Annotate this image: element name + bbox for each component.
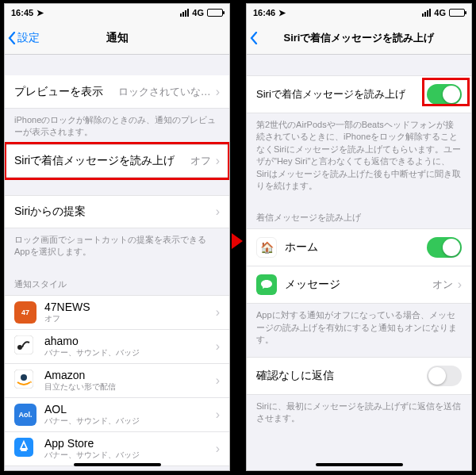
- siri-suggestions-row[interactable]: Siriからの提案 ›: [5, 195, 229, 228]
- app-name: App Store: [44, 437, 216, 450]
- nav-bar: 設定 通知: [5, 21, 229, 55]
- location-icon: ➤: [278, 8, 286, 18]
- svg-point-1: [17, 345, 22, 350]
- announce-footer: 第2世代のAirPodsや一部のBeatsヘッドフォンが接続されているときに、i…: [247, 113, 471, 197]
- announce-toggle-label: Siriで着信メッセージを読み上げ: [256, 87, 427, 102]
- battery-icon: [207, 9, 223, 17]
- app-icon: 47: [14, 301, 36, 324]
- app-name: 47NEWS: [44, 301, 216, 313]
- siri-announce-label: Siriで着信メッセージを読み上げ: [14, 154, 190, 168]
- app-name: Amazon: [44, 369, 216, 381]
- app-row[interactable]: ahamoバナー、サウンド、バッジ›: [5, 330, 229, 364]
- announce-toggle-switch[interactable]: [427, 84, 462, 105]
- signal-icon: [422, 9, 431, 17]
- app-sub: バナー、サウンド、バッジ: [44, 416, 216, 427]
- chevron-right-icon: ›: [216, 85, 220, 99]
- network-label: 4G: [434, 8, 446, 17]
- chevron-left-icon: [250, 32, 258, 44]
- app-sub: バナー、サウンド、バッジ: [44, 347, 216, 358]
- reply-label: 確認なしに返信: [256, 369, 427, 383]
- svg-point-3: [21, 374, 27, 381]
- nav-back-button[interactable]: [250, 32, 258, 44]
- app-row[interactable]: Amazon目立たない形で配信›: [5, 364, 229, 398]
- signal-icon: [180, 9, 189, 17]
- suggestions-footer: ロック画面でショートカットの提案を表示できるAppを選択します。: [5, 228, 229, 264]
- app-messages-label: メッセージ: [285, 278, 432, 292]
- reply-row[interactable]: 確認なしに返信: [247, 357, 471, 395]
- preview-label: プレビューを表示: [14, 85, 118, 99]
- chevron-right-icon: ›: [216, 154, 220, 168]
- status-time: 16:46: [253, 8, 275, 17]
- nav-back-label: 設定: [17, 31, 40, 45]
- transition-arrow-icon: [232, 233, 243, 249]
- app-row[interactable]: Aol.AOLバナー、サウンド、バッジ›: [5, 398, 229, 432]
- chevron-right-icon: ›: [216, 339, 220, 354]
- nav-title: Siriで着信メッセージを読み上げ: [284, 31, 435, 45]
- network-label: 4G: [192, 8, 204, 17]
- chevron-left-icon: [8, 32, 16, 44]
- app-row[interactable]: App Storeバナー、サウンド、バッジ›: [5, 432, 229, 466]
- status-bar: 16:46 ➤ 4G: [247, 4, 471, 21]
- chevron-right-icon: ›: [216, 442, 220, 456]
- location-icon: ➤: [36, 8, 44, 18]
- siri-suggestions-label: Siriからの提案: [14, 205, 211, 219]
- reply-footer: Siriに、最初にメッセージを読み上げずに返信を送信させます。: [247, 395, 471, 431]
- nav-title: 通知: [106, 31, 129, 45]
- phone-left: 16:45 ➤ 4G 設定 通知 プレビューを表示 ロックされていな… › iP…: [4, 3, 230, 471]
- home-indicator[interactable]: [74, 463, 161, 466]
- home-app-icon: 🏠: [256, 237, 277, 258]
- messages-app-icon: [256, 274, 277, 295]
- apps-header: 着信メッセージを読み上げ: [247, 197, 471, 228]
- chevron-right-icon: ›: [216, 373, 220, 388]
- app-row[interactable]: 4747NEWSオフ›: [5, 295, 229, 330]
- nav-back-button[interactable]: 設定: [8, 31, 40, 45]
- app-icon: [14, 335, 36, 358]
- app-icon: Aol.: [14, 404, 36, 426]
- status-time: 16:45: [11, 8, 33, 17]
- app-sub: 目立たない形で配信: [44, 381, 216, 393]
- home-indicator[interactable]: [316, 463, 403, 466]
- app-name: AOL: [44, 403, 216, 416]
- battery-icon: [449, 9, 465, 17]
- siri-announce-value: オフ: [190, 154, 211, 168]
- app-home-label: ホーム: [285, 240, 427, 255]
- preview-footer: iPhoneのロックが解除のときのみ、通知のプレビューが表示されます。: [5, 109, 229, 144]
- app-home-row[interactable]: 🏠 ホーム: [247, 228, 471, 266]
- status-bar: 16:45 ➤ 4G: [5, 4, 229, 21]
- app-icon: [14, 370, 36, 392]
- apps-footer: Appに対する通知がオフになっている場合、メッセージの読み上げを有効にすると通知…: [247, 304, 471, 351]
- preview-row[interactable]: プレビューを表示 ロックされていな… ›: [5, 75, 229, 109]
- chevron-right-icon: ›: [216, 408, 220, 422]
- app-home-switch[interactable]: [427, 237, 462, 258]
- preview-value: ロックされていな…: [118, 85, 211, 99]
- chevron-right-icon: ›: [216, 205, 220, 219]
- app-sub: オフ: [44, 313, 216, 324]
- siri-announce-row[interactable]: Siriで着信メッセージを読み上げ オフ ›: [5, 144, 229, 178]
- style-header: 通知スタイル: [5, 264, 229, 295]
- app-sub: バナー、サウンド、バッジ: [44, 450, 216, 461]
- app-messages-row[interactable]: メッセージ オン ›: [247, 266, 471, 304]
- announce-toggle-row[interactable]: Siriで着信メッセージを読み上げ: [247, 75, 471, 113]
- chevron-right-icon: ›: [458, 278, 462, 292]
- reply-switch[interactable]: [427, 366, 462, 386]
- phone-right: 16:46 ➤ 4G Siriで着信メッセージを読み上げ Siriで着信メッセー…: [246, 3, 472, 471]
- app-icon: [14, 438, 36, 460]
- chevron-right-icon: ›: [216, 305, 220, 320]
- nav-bar: Siriで着信メッセージを読み上げ: [247, 21, 471, 55]
- app-name: ahamo: [44, 335, 216, 347]
- app-messages-value: オン: [432, 278, 453, 292]
